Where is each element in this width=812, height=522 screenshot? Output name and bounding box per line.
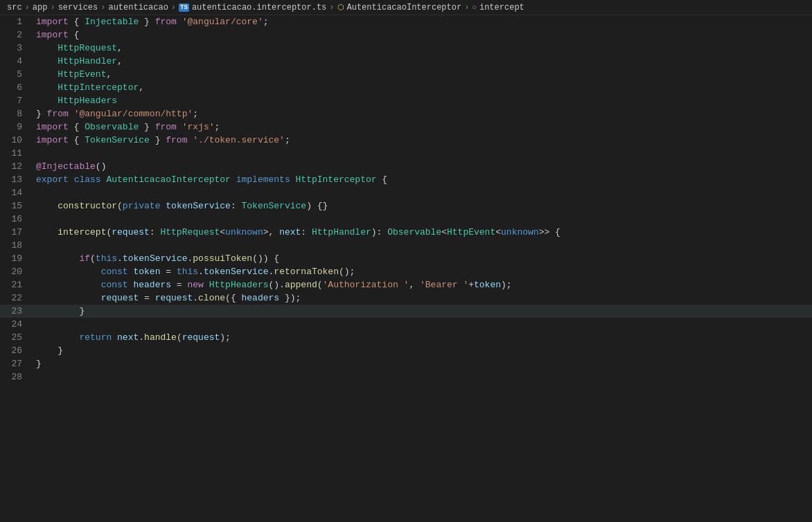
breadcrumb-src[interactable]: src <box>7 3 22 12</box>
line-number: 1 <box>0 15 33 28</box>
code-line: 15 constructor(private tokenService: Tok… <box>0 199 812 213</box>
line-number: 28 <box>0 370 33 384</box>
line-number: 19 <box>0 252 33 265</box>
code-content: HttpEvent, <box>33 68 812 81</box>
breadcrumb-filename[interactable]: autenticacao.interceptor.ts <box>192 3 326 12</box>
code-content: if(this.tokenService.possuiToken()) { <box>33 252 812 265</box>
code-line: 26 } <box>0 344 812 357</box>
line-number: 15 <box>0 199 33 213</box>
line-number: 4 <box>0 55 33 68</box>
line-number: 13 <box>0 173 33 186</box>
line-number: 14 <box>0 186 33 199</box>
method-icon: ○ <box>472 3 477 12</box>
breadcrumb-sep-6: › <box>464 3 469 12</box>
line-number: 9 <box>0 120 33 134</box>
code-line: 24 <box>0 318 812 331</box>
code-content: import { TokenService } from './token.se… <box>33 134 812 147</box>
code-content: } <box>33 357 812 370</box>
code-content: import { <box>33 28 812 42</box>
breadcrumb-sep-1: › <box>25 3 30 12</box>
line-number: 23 <box>0 305 33 318</box>
code-line: 22 request = request.clone({ headers }); <box>0 291 812 305</box>
line-number: 7 <box>0 94 33 107</box>
code-content <box>33 370 812 384</box>
line-number: 27 <box>0 357 33 370</box>
line-number: 21 <box>0 278 33 291</box>
code-content: import { Observable } from 'rxjs'; <box>33 120 812 134</box>
code-content <box>33 147 812 160</box>
code-content: HttpHeaders <box>33 94 812 107</box>
breadcrumb-method[interactable]: intercept <box>479 3 524 12</box>
code-line: 16 <box>0 213 812 226</box>
line-number: 2 <box>0 28 33 42</box>
code-line: 2import { <box>0 28 812 42</box>
code-editor: 1import { Injectable } from '@angular/co… <box>0 15 812 522</box>
code-line: 14 <box>0 186 812 199</box>
class-icon: ⬡ <box>337 3 344 12</box>
code-line: 23 } <box>0 305 812 318</box>
breadcrumb-app[interactable]: app <box>33 3 48 12</box>
code-line: 13export class AutenticacaoInterceptor i… <box>0 173 812 186</box>
line-number: 3 <box>0 42 33 55</box>
line-number: 20 <box>0 265 33 278</box>
code-content: const token = this.tokenService.retornaT… <box>33 265 812 278</box>
line-number: 5 <box>0 68 33 81</box>
code-line: 5 HttpEvent, <box>0 68 812 81</box>
breadcrumb-autenticacao[interactable]: autenticacao <box>108 3 168 12</box>
code-content: const headers = new HttpHeaders().append… <box>33 278 812 291</box>
code-content: @Injectable() <box>33 160 812 173</box>
code-content: request = request.clone({ headers }); <box>33 291 812 305</box>
code-line: 10import { TokenService } from './token.… <box>0 134 812 147</box>
code-line: 8} from '@angular/common/http'; <box>0 107 812 120</box>
code-line: 9import { Observable } from 'rxjs'; <box>0 120 812 134</box>
line-number: 6 <box>0 81 33 94</box>
code-line: 11 <box>0 147 812 160</box>
line-number: 11 <box>0 147 33 160</box>
code-content: HttpInterceptor, <box>33 81 812 94</box>
code-content: return next.handle(request); <box>33 331 812 344</box>
breadcrumb-sep-3: › <box>100 3 105 12</box>
code-content: export class AutenticacaoInterceptor imp… <box>33 173 812 186</box>
code-line: 1import { Injectable } from '@angular/co… <box>0 15 812 28</box>
line-number: 18 <box>0 239 33 252</box>
code-line: 12@Injectable() <box>0 160 812 173</box>
line-number: 24 <box>0 318 33 331</box>
code-line: 21 const headers = new HttpHeaders().app… <box>0 278 812 291</box>
code-content: } <box>33 344 812 357</box>
line-number: 22 <box>0 291 33 305</box>
breadcrumb-sep-5: › <box>329 3 334 12</box>
code-line: 6 HttpInterceptor, <box>0 81 812 94</box>
code-content: import { Injectable } from '@angular/cor… <box>33 15 812 28</box>
code-line: 25 return next.handle(request); <box>0 331 812 344</box>
breadcrumb-sep-4: › <box>171 3 176 12</box>
line-number: 26 <box>0 344 33 357</box>
breadcrumb-classname[interactable]: AutenticacaoInterceptor <box>347 3 462 12</box>
code-line: 7 HttpHeaders <box>0 94 812 107</box>
code-line: 18 <box>0 239 812 252</box>
line-number: 16 <box>0 213 33 226</box>
code-content: HttpHandler, <box>33 55 812 68</box>
code-content: } <box>33 305 812 318</box>
code-content <box>33 186 812 199</box>
line-number: 17 <box>0 226 33 239</box>
breadcrumb: src › app › services › autenticacao › TS… <box>0 0 812 15</box>
code-content: intercept(request: HttpRequest<unknown>,… <box>33 226 812 239</box>
line-number: 25 <box>0 331 33 344</box>
line-number: 10 <box>0 134 33 147</box>
code-line: 4 HttpHandler, <box>0 55 812 68</box>
code-line: 3 HttpRequest, <box>0 42 812 55</box>
line-number: 12 <box>0 160 33 173</box>
code-content <box>33 318 812 331</box>
code-line: 19 if(this.tokenService.possuiToken()) { <box>0 252 812 265</box>
code-line: 28 <box>0 370 812 384</box>
code-content: constructor(private tokenService: TokenS… <box>33 199 812 213</box>
breadcrumb-sep-2: › <box>50 3 55 12</box>
code-line: 20 const token = this.tokenService.retor… <box>0 265 812 278</box>
code-content: } from '@angular/common/http'; <box>33 107 812 120</box>
code-line: 17 intercept(request: HttpRequest<unknow… <box>0 226 812 239</box>
typescript-icon: TS <box>179 3 189 12</box>
code-line: 27} <box>0 357 812 370</box>
code-content: HttpRequest, <box>33 42 812 55</box>
breadcrumb-services[interactable]: services <box>58 3 98 12</box>
code-content <box>33 239 812 252</box>
